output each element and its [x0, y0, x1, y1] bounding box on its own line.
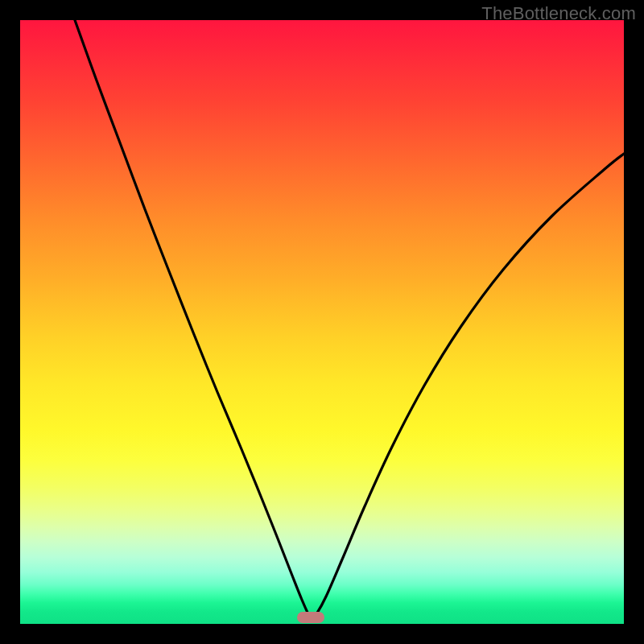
plot-area	[20, 20, 624, 624]
chart-frame: TheBottleneck.com	[0, 0, 644, 644]
bottleneck-curve	[20, 20, 624, 624]
watermark-label: TheBottleneck.com	[481, 3, 636, 24]
optimum-marker	[297, 612, 324, 623]
